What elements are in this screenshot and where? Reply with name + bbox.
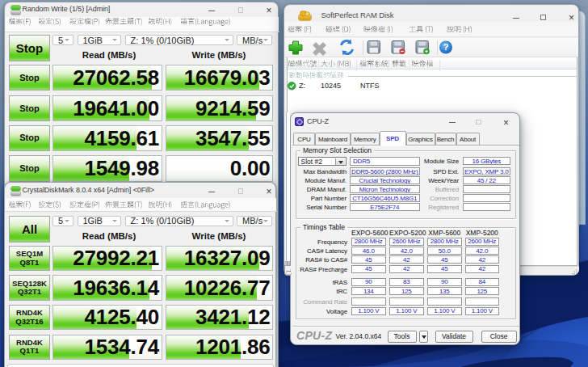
svg-text:?: ? [443, 42, 449, 52]
